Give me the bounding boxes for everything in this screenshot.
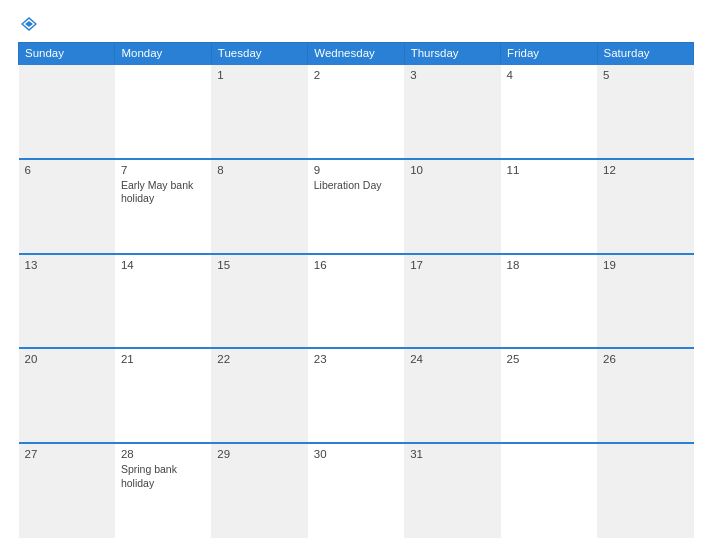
day-number: 8	[217, 164, 301, 176]
week-row-4: 20212223242526	[19, 348, 694, 443]
weekday-header-friday: Friday	[501, 43, 597, 65]
day-number: 9	[314, 164, 398, 176]
day-number: 19	[603, 259, 687, 271]
header	[18, 16, 694, 32]
day-number: 23	[314, 353, 398, 365]
day-number: 11	[507, 164, 591, 176]
logo	[18, 16, 38, 32]
day-cell: 31	[404, 443, 500, 538]
week-row-2: 67Early May bank holiday89Liberation Day…	[19, 159, 694, 254]
day-event: Spring bank holiday	[121, 463, 177, 489]
day-number: 3	[410, 69, 494, 81]
weekday-header-monday: Monday	[115, 43, 211, 65]
day-cell: 28Spring bank holiday	[115, 443, 211, 538]
day-number: 16	[314, 259, 398, 271]
weekday-header-wednesday: Wednesday	[308, 43, 404, 65]
day-number: 7	[121, 164, 205, 176]
day-cell: 14	[115, 254, 211, 349]
day-number: 18	[507, 259, 591, 271]
day-number: 15	[217, 259, 301, 271]
day-cell: 25	[501, 348, 597, 443]
day-cell: 30	[308, 443, 404, 538]
day-event: Early May bank holiday	[121, 179, 193, 205]
day-number: 4	[507, 69, 591, 81]
day-cell: 20	[19, 348, 115, 443]
day-number: 30	[314, 448, 398, 460]
day-cell: 2	[308, 64, 404, 159]
day-cell: 24	[404, 348, 500, 443]
day-cell: 15	[211, 254, 307, 349]
day-cell: 22	[211, 348, 307, 443]
day-cell	[19, 64, 115, 159]
day-number: 24	[410, 353, 494, 365]
day-cell: 18	[501, 254, 597, 349]
day-cell: 3	[404, 64, 500, 159]
day-cell: 29	[211, 443, 307, 538]
day-cell: 13	[19, 254, 115, 349]
weekday-header-sunday: Sunday	[19, 43, 115, 65]
day-cell	[501, 443, 597, 538]
day-number: 26	[603, 353, 687, 365]
day-cell: 26	[597, 348, 693, 443]
day-cell: 21	[115, 348, 211, 443]
week-row-5: 2728Spring bank holiday293031	[19, 443, 694, 538]
weekday-header-row: SundayMondayTuesdayWednesdayThursdayFrid…	[19, 43, 694, 65]
weekday-header-tuesday: Tuesday	[211, 43, 307, 65]
weekday-header-thursday: Thursday	[404, 43, 500, 65]
week-row-3: 13141516171819	[19, 254, 694, 349]
day-number: 17	[410, 259, 494, 271]
day-cell: 8	[211, 159, 307, 254]
day-cell: 16	[308, 254, 404, 349]
day-cell: 4	[501, 64, 597, 159]
day-cell: 6	[19, 159, 115, 254]
day-number: 28	[121, 448, 205, 460]
day-number: 14	[121, 259, 205, 271]
day-number: 10	[410, 164, 494, 176]
day-number: 5	[603, 69, 687, 81]
day-number: 6	[25, 164, 109, 176]
week-row-1: 12345	[19, 64, 694, 159]
day-cell: 17	[404, 254, 500, 349]
calendar-page: SundayMondayTuesdayWednesdayThursdayFrid…	[0, 0, 712, 550]
day-number: 29	[217, 448, 301, 460]
day-number: 22	[217, 353, 301, 365]
day-number: 20	[25, 353, 109, 365]
day-number: 31	[410, 448, 494, 460]
day-number: 2	[314, 69, 398, 81]
day-number: 27	[25, 448, 109, 460]
calendar-table: SundayMondayTuesdayWednesdayThursdayFrid…	[18, 42, 694, 538]
day-cell	[597, 443, 693, 538]
day-cell: 9Liberation Day	[308, 159, 404, 254]
day-cell: 12	[597, 159, 693, 254]
day-cell: 7Early May bank holiday	[115, 159, 211, 254]
logo-icon	[20, 16, 38, 32]
weekday-header-saturday: Saturday	[597, 43, 693, 65]
day-cell	[115, 64, 211, 159]
day-number: 25	[507, 353, 591, 365]
day-number: 1	[217, 69, 301, 81]
day-cell: 5	[597, 64, 693, 159]
day-cell: 11	[501, 159, 597, 254]
day-cell: 10	[404, 159, 500, 254]
day-cell: 1	[211, 64, 307, 159]
day-cell: 27	[19, 443, 115, 538]
day-cell: 19	[597, 254, 693, 349]
day-number: 13	[25, 259, 109, 271]
day-event: Liberation Day	[314, 179, 382, 191]
day-cell: 23	[308, 348, 404, 443]
day-number: 21	[121, 353, 205, 365]
day-number: 12	[603, 164, 687, 176]
